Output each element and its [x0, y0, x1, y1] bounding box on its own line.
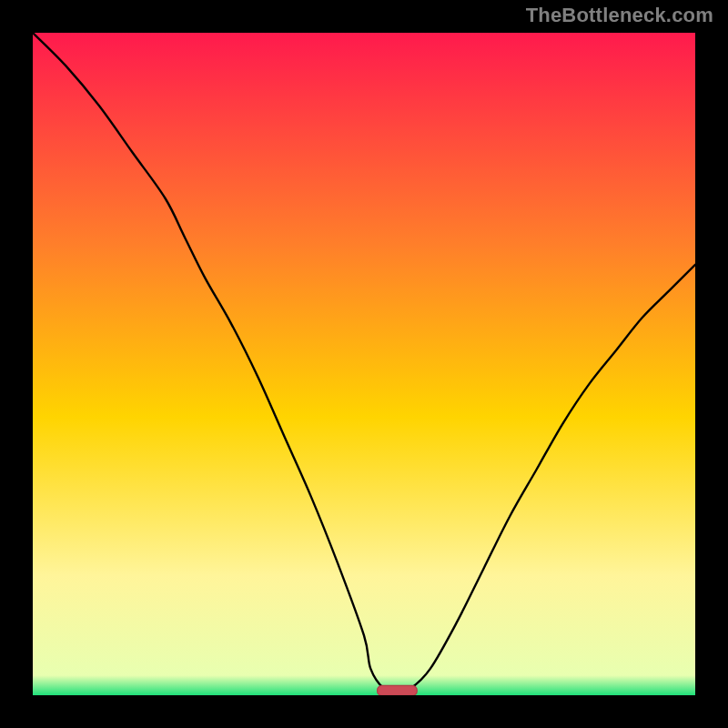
- gradient-background: [33, 33, 695, 695]
- plot-area: [33, 33, 695, 695]
- bottleneck-chart: [33, 33, 695, 695]
- minimum-marker: [378, 685, 418, 695]
- chart-frame: TheBottleneck.com: [0, 0, 728, 728]
- watermark-text: TheBottleneck.com: [526, 4, 713, 27]
